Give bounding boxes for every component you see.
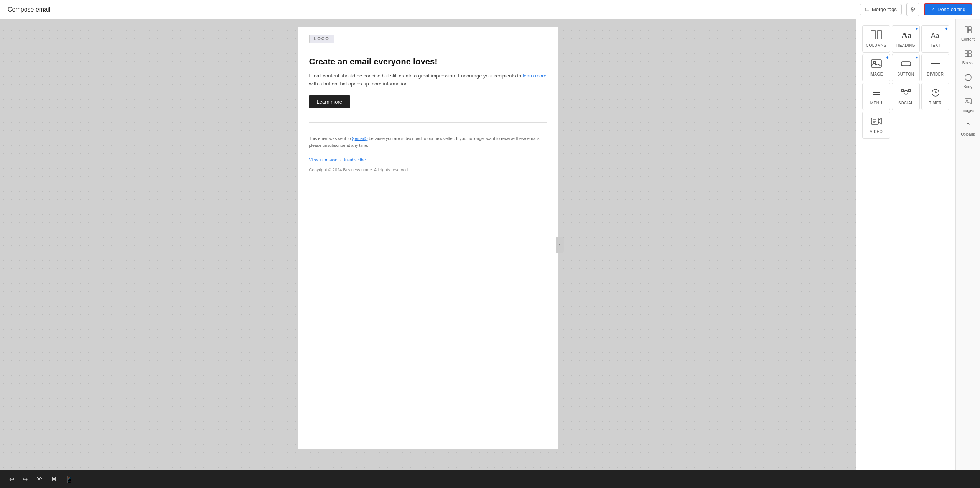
email-footer: This email was sent to {{email}} because… xyxy=(298,129,558,180)
gear-icon: ⚙ xyxy=(910,6,916,13)
sidebar-item-body[interactable]: Body xyxy=(957,70,979,93)
desktop-icon: 🖥 xyxy=(51,476,57,483)
svg-rect-0 xyxy=(871,31,876,39)
content-label: Content xyxy=(961,37,975,41)
columns-label: COLUMNS xyxy=(866,43,887,48)
svg-text:Aa: Aa xyxy=(931,32,940,39)
svg-rect-27 xyxy=(968,51,971,53)
hero-paragraph: Email content should be concise but stil… xyxy=(309,72,547,88)
block-heading[interactable]: ✦ Aa HEADING xyxy=(892,25,920,53)
email-logo-area: LOGO xyxy=(298,27,558,49)
learn-more-button[interactable]: Learn more xyxy=(309,95,350,108)
learn-more-link[interactable]: learn more xyxy=(523,73,547,79)
block-timer[interactable]: TIMER xyxy=(921,83,949,110)
svg-rect-24 xyxy=(968,27,971,30)
video-icon xyxy=(871,117,882,127)
block-divider[interactable]: DIVIDER xyxy=(921,54,949,81)
block-video[interactable]: VIDEO xyxy=(862,112,890,139)
sidebar-item-uploads[interactable]: Uploads xyxy=(957,117,979,140)
divider-label: DIVIDER xyxy=(927,72,944,76)
text-label: TEXT xyxy=(930,43,941,48)
main-layout: LOGO Create an email everyone loves! Ema… xyxy=(0,19,980,470)
timer-label: TIMER xyxy=(929,101,942,105)
canvas-area: LOGO Create an email everyone loves! Ema… xyxy=(0,19,856,470)
social-icon xyxy=(901,88,911,99)
block-image[interactable]: ✦ IMAGE xyxy=(862,54,890,81)
canvas-wrapper: LOGO Create an email everyone loves! Ema… xyxy=(298,27,558,463)
preview-button[interactable]: 👁 xyxy=(33,474,45,484)
page-title: Compose email xyxy=(8,6,50,13)
mobile-view-button[interactable]: 📱 xyxy=(62,474,76,485)
button-icon xyxy=(901,59,911,70)
block-text[interactable]: ✦ Aa TEXT xyxy=(921,25,949,53)
email-canvas: LOGO Create an email everyone loves! Ema… xyxy=(298,27,558,449)
svg-point-11 xyxy=(904,90,908,94)
unsubscribe-link[interactable]: Unsubscribe xyxy=(342,158,366,162)
svg-point-30 xyxy=(965,74,971,81)
svg-point-32 xyxy=(966,100,968,101)
svg-rect-6 xyxy=(901,62,911,66)
content-icon xyxy=(964,26,972,36)
images-label: Images xyxy=(962,108,974,113)
svg-point-12 xyxy=(901,89,904,92)
sidebar-item-content[interactable]: Content xyxy=(957,22,979,45)
text-add-icon: ✦ xyxy=(945,27,948,31)
menu-label: MENU xyxy=(870,101,882,105)
svg-rect-28 xyxy=(965,54,968,57)
collapse-panel-button[interactable]: › xyxy=(556,237,564,253)
block-button[interactable]: ✦ BUTTON xyxy=(892,54,920,81)
redo-button[interactable]: ↪ xyxy=(20,474,31,485)
logo-badge: LOGO xyxy=(309,35,334,43)
columns-icon xyxy=(871,30,882,41)
undo-icon: ↩ xyxy=(9,476,14,483)
svg-rect-26 xyxy=(965,51,968,53)
done-editing-button[interactable]: ✓ Done editing xyxy=(924,3,972,15)
sidebar-icons: Content Blocks xyxy=(955,19,980,470)
merge-tags-button[interactable]: 🏷 Merge tags xyxy=(860,4,902,15)
blocks-icon xyxy=(964,50,972,59)
block-social[interactable]: SOCIAL xyxy=(892,83,920,110)
images-icon xyxy=(964,97,972,107)
button-add-icon: ✦ xyxy=(915,56,918,60)
image-icon xyxy=(871,59,882,70)
heading-icon: Aa xyxy=(901,30,911,41)
uploads-label: Uploads xyxy=(961,132,975,136)
mobile-icon: 📱 xyxy=(65,476,73,483)
social-label: SOCIAL xyxy=(898,101,914,105)
block-columns[interactable]: COLUMNS xyxy=(862,25,890,53)
body-label: Body xyxy=(964,85,972,89)
svg-rect-1 xyxy=(877,31,882,39)
settings-button[interactable]: ⚙ xyxy=(906,3,919,16)
email-divider xyxy=(309,122,547,123)
image-add-icon: ✦ xyxy=(886,56,889,60)
text-icon: Aa xyxy=(930,30,941,41)
hero-heading: Create an email everyone loves! xyxy=(309,57,547,67)
svg-point-5 xyxy=(873,61,876,64)
email-variable: {{email}} xyxy=(352,136,367,141)
divider-icon xyxy=(930,59,941,70)
right-panel: COLUMNS ✦ Aa HEADING ✦ xyxy=(856,19,980,470)
heading-label: HEADING xyxy=(896,43,915,48)
uploads-icon xyxy=(964,121,972,131)
svg-rect-4 xyxy=(871,60,881,67)
block-menu[interactable]: MENU xyxy=(862,83,890,110)
tag-icon: 🏷 xyxy=(865,7,870,12)
redo-icon: ↪ xyxy=(23,476,28,483)
heading-add-icon: ✦ xyxy=(915,27,918,31)
sidebar-item-blocks[interactable]: Blocks xyxy=(957,46,979,69)
footer-links: View in browser · Unsubscribe xyxy=(309,156,547,164)
svg-rect-31 xyxy=(965,99,971,104)
svg-rect-29 xyxy=(968,54,971,57)
blocks-grid: COLUMNS ✦ Aa HEADING ✦ xyxy=(862,25,949,139)
menu-icon xyxy=(871,88,882,99)
undo-button[interactable]: ↩ xyxy=(6,474,17,485)
timer-icon xyxy=(930,88,941,99)
blocks-label: Blocks xyxy=(962,61,973,65)
sidebar-item-images[interactable]: Images xyxy=(957,94,979,117)
desktop-view-button[interactable]: 🖥 xyxy=(48,474,60,484)
video-label: VIDEO xyxy=(870,130,883,134)
topbar-actions: 🏷 Merge tags ⚙ ✓ Done editing xyxy=(860,3,972,16)
check-icon: ✓ xyxy=(931,7,935,12)
view-in-browser-link[interactable]: View in browser xyxy=(309,158,339,162)
footer-copyright: Copyright © 2024 Business name. All righ… xyxy=(309,166,547,174)
